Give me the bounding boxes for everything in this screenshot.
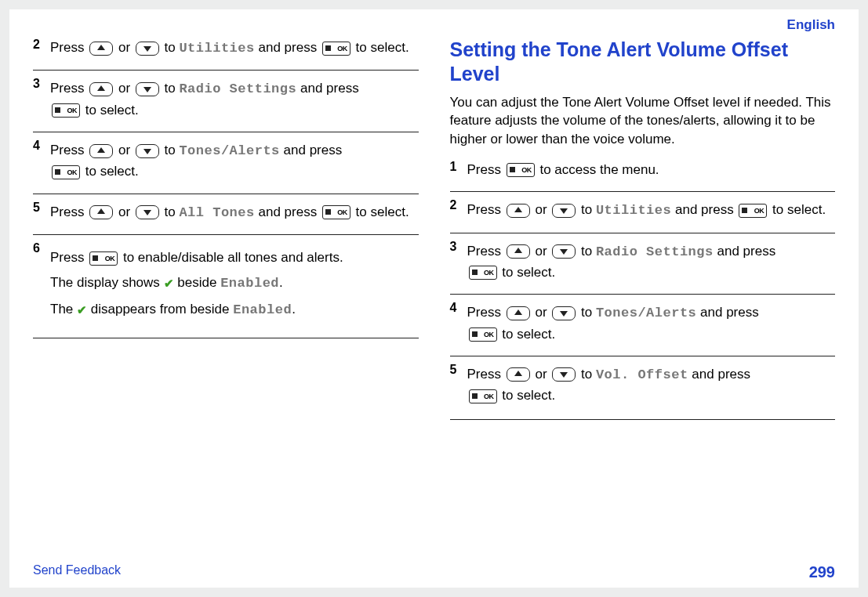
step-body: Press or to Radio Settings and press to … bbox=[467, 241, 836, 284]
menu-item: Radio Settings bbox=[179, 81, 296, 96]
step-body: Press or to All Tones and press to selec… bbox=[50, 202, 419, 223]
check-icon: ✔ bbox=[77, 304, 87, 316]
step-number: 3 bbox=[450, 240, 457, 254]
text: or bbox=[118, 81, 134, 96]
text: and press bbox=[258, 40, 320, 55]
step-body: Press or to Vol. Offset and press to sel… bbox=[467, 364, 836, 407]
section-intro: You can adjust the Tone Alert Volume Off… bbox=[450, 93, 836, 149]
up-arrow-icon bbox=[89, 205, 113, 219]
up-arrow-icon bbox=[507, 306, 530, 320]
step-body: Press or to Radio Settings and press to … bbox=[50, 78, 419, 121]
up-arrow-icon bbox=[507, 204, 530, 218]
text: to enable/disable all tones and alerts. bbox=[123, 250, 343, 265]
text: to bbox=[165, 204, 180, 219]
text: to select. bbox=[85, 103, 139, 118]
text: to bbox=[165, 143, 180, 157]
step-body: Press or to Utilities and press to selec… bbox=[50, 38, 419, 59]
page-number: 299 bbox=[809, 563, 835, 581]
text: beside bbox=[177, 275, 220, 290]
ok-button-icon bbox=[322, 42, 350, 56]
text: . bbox=[292, 302, 296, 317]
text: Press bbox=[467, 305, 505, 320]
menu-item: Utilities bbox=[179, 41, 254, 56]
menu-item: Tones/Alerts bbox=[596, 306, 696, 320]
text: to select. bbox=[356, 204, 409, 219]
up-arrow-icon bbox=[507, 367, 530, 382]
text: to select. bbox=[502, 327, 555, 342]
step-number: 2 bbox=[33, 38, 40, 52]
text: or bbox=[535, 305, 550, 320]
text: or bbox=[118, 204, 134, 219]
menu-item: Enabled bbox=[233, 302, 292, 317]
text: to select. bbox=[356, 40, 409, 55]
text: Press bbox=[50, 81, 88, 96]
text: and press bbox=[675, 202, 737, 217]
text: or bbox=[535, 244, 550, 259]
ok-button-icon bbox=[469, 389, 497, 403]
ok-button-icon bbox=[89, 251, 118, 266]
divider bbox=[33, 338, 419, 338]
step-number: 2 bbox=[450, 198, 457, 212]
step-4: 4 Press or to Tones/Alerts and press to … bbox=[33, 132, 419, 194]
text: to bbox=[581, 202, 596, 217]
down-arrow-icon bbox=[552, 244, 576, 259]
text: Press bbox=[467, 202, 505, 217]
step-2: 2 Press or to Utilities and press to sel… bbox=[450, 191, 836, 232]
step-3: 3 Press or to Radio Settings and press t… bbox=[450, 233, 836, 295]
text: Press bbox=[50, 143, 88, 157]
text: or bbox=[535, 367, 550, 382]
document-page: English 2 Press or to Utilities and pres… bbox=[9, 9, 859, 588]
text: to bbox=[165, 81, 180, 96]
two-column-layout: 2 Press or to Utilities and press to sel… bbox=[33, 38, 835, 420]
step-body: Press to enable/disable all tones and al… bbox=[50, 248, 419, 320]
menu-item: Vol. Offset bbox=[596, 367, 688, 382]
text: and press bbox=[717, 244, 775, 259]
text: Press bbox=[50, 204, 88, 219]
section-heading: Setting the Tone Alert Volume Offset Lev… bbox=[450, 38, 836, 87]
text: to select. bbox=[772, 202, 826, 217]
text: to select. bbox=[502, 265, 555, 280]
step-number: 3 bbox=[33, 77, 40, 91]
text: to select. bbox=[502, 388, 555, 403]
step-number: 5 bbox=[450, 363, 457, 377]
step-number: 1 bbox=[450, 160, 457, 174]
ok-button-icon bbox=[52, 165, 80, 179]
step-body: Press or to Tones/Alerts and press to se… bbox=[50, 140, 419, 183]
menu-item: Utilities bbox=[596, 203, 671, 218]
text: and press bbox=[258, 204, 320, 219]
text: Press bbox=[50, 40, 88, 55]
up-arrow-icon bbox=[89, 82, 113, 96]
ok-button-icon bbox=[52, 103, 80, 118]
ok-button-icon bbox=[469, 266, 497, 280]
up-arrow-icon bbox=[89, 42, 113, 56]
text: to bbox=[165, 40, 180, 55]
step-body: Press or to Utilities and press to selec… bbox=[467, 200, 836, 221]
text: and press bbox=[700, 305, 759, 320]
ok-button-icon bbox=[469, 327, 497, 342]
text: to bbox=[581, 244, 596, 259]
down-arrow-icon bbox=[552, 306, 576, 320]
ok-button-icon bbox=[322, 205, 350, 219]
menu-item: Enabled bbox=[220, 276, 279, 291]
step-3: 3 Press or to Radio Settings and press t… bbox=[33, 70, 419, 132]
menu-item: Radio Settings bbox=[596, 244, 714, 259]
down-arrow-icon bbox=[552, 367, 576, 382]
text: to select. bbox=[85, 164, 139, 179]
text: or bbox=[118, 143, 134, 157]
text: Press bbox=[467, 162, 505, 177]
page-footer: Send Feedback 299 bbox=[33, 563, 835, 581]
step-body: Press to access the menu. bbox=[467, 160, 836, 180]
text: to bbox=[581, 367, 596, 382]
down-arrow-icon bbox=[136, 144, 159, 158]
menu-item: All Tones bbox=[179, 205, 254, 220]
step-body: Press or to Tones/Alerts and press to se… bbox=[467, 302, 836, 345]
down-arrow-icon bbox=[136, 82, 159, 96]
down-arrow-icon bbox=[552, 204, 576, 218]
check-icon: ✔ bbox=[164, 277, 174, 289]
step-number: 6 bbox=[33, 241, 40, 255]
menu-item: Tones/Alerts bbox=[179, 143, 279, 158]
text: . bbox=[279, 275, 283, 290]
text: disappears from beside bbox=[91, 302, 233, 317]
send-feedback-link[interactable]: Send Feedback bbox=[33, 563, 121, 581]
up-arrow-icon bbox=[89, 144, 113, 158]
